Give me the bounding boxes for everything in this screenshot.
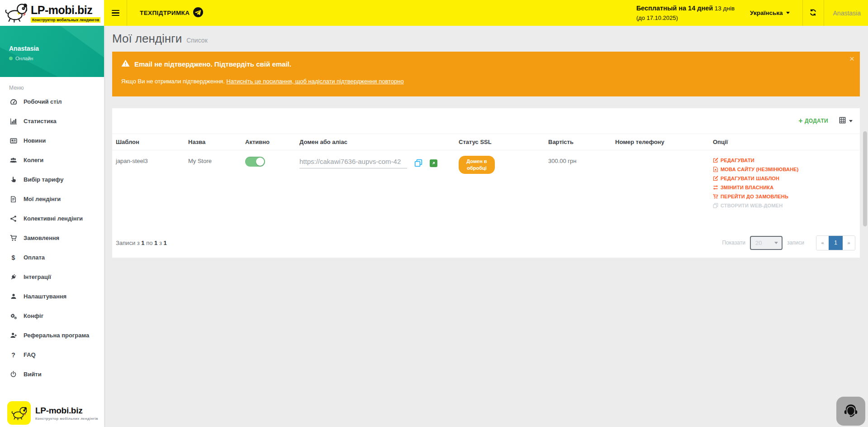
email-warning-banner: × Email не підтверджено. Підтвердіть сві… [112, 52, 860, 96]
copy-domain-icon[interactable] [414, 159, 422, 167]
option-go-to-orders[interactable]: ПЕРЕЙТИ ДО ЗАМОВЛЕНЬ [713, 194, 856, 199]
records-label: записи [787, 240, 804, 246]
sidebar-item-label: Інтеграції [24, 273, 51, 280]
sidebar-item-orders[interactable]: Замовлення [0, 228, 104, 248]
add-landing-button[interactable]: + ДОДАТИ [798, 117, 828, 125]
user-plus-icon [9, 332, 18, 339]
hamburger-menu-button[interactable] [104, 0, 127, 26]
sidebar-item-config[interactable]: Конфіг [0, 306, 104, 326]
online-status-dot [9, 57, 13, 60]
sidebar-item-referral[interactable]: Реферальна програма [0, 326, 104, 345]
sidebar-item-label: Колеги [24, 157, 43, 163]
warning-icon [121, 59, 130, 68]
sidebar-item-payment[interactable]: $ Оплата [0, 248, 104, 267]
active-toggle[interactable] [245, 157, 265, 167]
users-icon [9, 157, 18, 164]
dashboard-icon [9, 98, 18, 106]
language-selector[interactable]: Українська [750, 10, 789, 16]
sidebar-logo-subtitle: Конструктор мобільних лендінгів [35, 417, 98, 421]
pagination: « 1 » [816, 235, 855, 250]
resend-confirmation-link[interactable]: Натисніть це посилання, щоб надіслати пі… [227, 78, 404, 85]
scrollbar-thumb[interactable] [863, 131, 867, 226]
cell-domain [296, 150, 455, 229]
clone-icon [713, 203, 718, 208]
header-username[interactable]: Anastasia [824, 10, 868, 17]
dog-mascot-icon [3, 2, 29, 24]
records-info: Записи з 1 по 1 з 1 [116, 240, 167, 246]
prev-page-button[interactable]: « [816, 236, 829, 250]
sidebar-logo-title: LP-mobi.biz [35, 406, 98, 416]
sidebar-footer-logo: LP-mobi.biz Конструктор мобільних лендін… [7, 401, 98, 425]
cell-options: РЕДАГУВАТИ МОВА САЙТУ (НЕЗМІНЮВАНЕ) РЕДА… [709, 150, 860, 229]
columns-dropdown[interactable] [839, 117, 853, 125]
sidebar-item-label: Статистика [24, 118, 57, 125]
sidebar-item-tariff[interactable]: Вибір тарифу [0, 170, 104, 189]
menu-label: Меню [9, 85, 104, 91]
sidebar-item-integrations[interactable]: Інтеграції [0, 267, 104, 287]
refresh-button[interactable] [803, 0, 824, 26]
option-edit[interactable]: РЕДАГУВАТИ [713, 158, 856, 163]
option-label: РЕДАГУВАТИ [721, 158, 754, 163]
sidebar-item-news[interactable]: Новини [0, 131, 104, 150]
landings-panel: + ДОДАТИ Шаблон На [112, 108, 860, 258]
sidebar-item-my-landings[interactable]: Мої лендінги [0, 189, 104, 209]
edit-icon [713, 158, 718, 163]
column-header-price: Вартість [545, 134, 612, 150]
option-edit-template[interactable]: РЕДАГУВАТИ ШАБЛОН [713, 176, 856, 181]
sidebar-item-settings[interactable]: Налаштування [0, 287, 104, 306]
page-size-select[interactable]: 20 [750, 236, 783, 250]
option-site-language[interactable]: МОВА САЙТУ (НЕЗМІНЮВАНЕ) [713, 167, 856, 172]
cell-active [242, 150, 296, 229]
page-header: Мої лендінги Список [104, 26, 868, 50]
top-bar: LP-mobi.biz Конструктор мобильных лендин… [0, 0, 868, 26]
tariff-plan: Бесплатный на 14 дней [636, 5, 713, 12]
sidebar-item-logout[interactable]: Вийти [0, 365, 104, 384]
brand-logo[interactable]: LP-mobi.biz Конструктор мобильных лендин… [0, 0, 104, 26]
option-change-owner[interactable]: ЗМІНИТИ ВЛАСНИКА [713, 185, 856, 190]
plug-icon [9, 273, 18, 281]
sidebar-item-label: FAQ [24, 351, 36, 358]
column-header-domain: Домен або аліас [296, 134, 455, 150]
language-label: Українська [750, 10, 783, 16]
page-subtitle: Список [186, 37, 208, 44]
sidebar-item-label: Вийти [24, 371, 42, 378]
cell-name: My Store [185, 150, 242, 229]
column-header-active: Активно [242, 134, 296, 150]
option-label: МОВА САЙТУ (НЕЗМІНЮВАНЕ) [721, 167, 799, 172]
sidebar-item-statistics[interactable]: Статистика [0, 111, 104, 131]
share-icon [9, 215, 18, 222]
app-window: LP-mobi.biz Конструктор мобильных лендин… [0, 0, 868, 427]
tariff-info: Бесплатный на 14 дней 13 днів (до 17.10.… [636, 3, 735, 23]
chat-widget-button[interactable] [836, 397, 865, 426]
next-page-button[interactable]: » [843, 236, 855, 250]
sidebar-item-colleagues[interactable]: Колеги [0, 150, 104, 170]
bar-chart-icon [9, 118, 18, 125]
sidebar-user-name: Anastasia [0, 26, 104, 52]
domain-input[interactable] [299, 158, 407, 168]
brand-subtitle: Конструктор мобильных лендингов [31, 17, 100, 23]
exchange-icon [713, 185, 718, 190]
top-bar-yellow: ТЕХПІДТРИМКА Бесплатный на 14 дней 13 дн… [104, 0, 868, 26]
page-title: Мої лендінги [112, 32, 182, 46]
cell-phone [612, 150, 709, 229]
refresh-icon [809, 9, 817, 18]
column-header-ssl: Статус SSL [455, 134, 545, 150]
sidebar-item-label: Новини [24, 137, 46, 144]
sidebar-item-collective-landings[interactable]: Колективні лендінги [0, 209, 104, 228]
column-header-options: Опції [709, 134, 860, 150]
open-domain-icon[interactable] [430, 159, 437, 167]
banner-close-button[interactable]: × [849, 54, 854, 63]
banner-text: Якщо Ви не отримали підтвердження. [121, 78, 225, 85]
sidebar: Anastasia Онлайн Меню Робочий стіл Стати… [0, 26, 104, 427]
sidebar-menu: Робочий стіл Статистика Новини Колеги Ви… [0, 92, 104, 384]
column-header-phone: Номер телефону [612, 134, 709, 150]
option-label: РЕДАГУВАТИ ШАБЛОН [721, 176, 779, 181]
page-1-button[interactable]: 1 [829, 236, 843, 250]
sidebar-item-faq[interactable]: ? FAQ [0, 345, 104, 365]
sidebar-item-dashboard[interactable]: Робочий стіл [0, 92, 104, 111]
sidebar-item-label: Замовлення [24, 235, 59, 241]
power-icon [9, 371, 18, 378]
toggle-knob [256, 158, 264, 166]
main-content: Мої лендінги Список × Email не підтвердж… [104, 26, 868, 427]
support-link[interactable]: ТЕХПІДТРИМКА [127, 0, 216, 26]
